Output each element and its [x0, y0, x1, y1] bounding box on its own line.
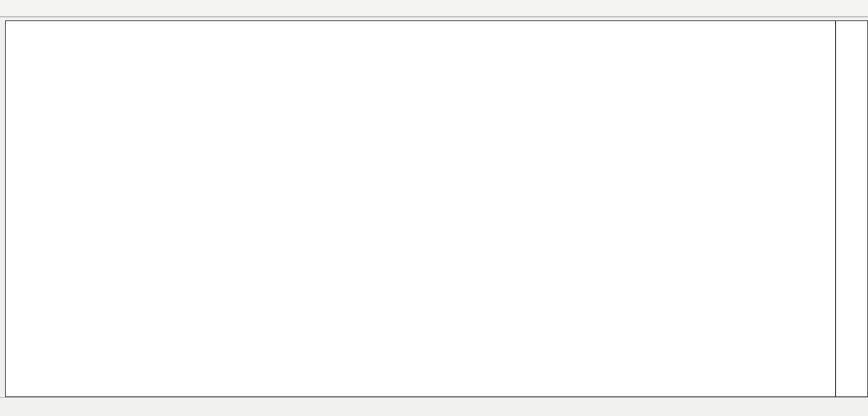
chart-window — [5, 20, 868, 397]
price-axis[interactable] — [835, 21, 867, 396]
period-toolbar — [0, 0, 868, 17]
chart-title — [11, 27, 20, 37]
chart-canvas[interactable] — [6, 21, 835, 396]
symbol-tab-bar — [0, 397, 868, 416]
